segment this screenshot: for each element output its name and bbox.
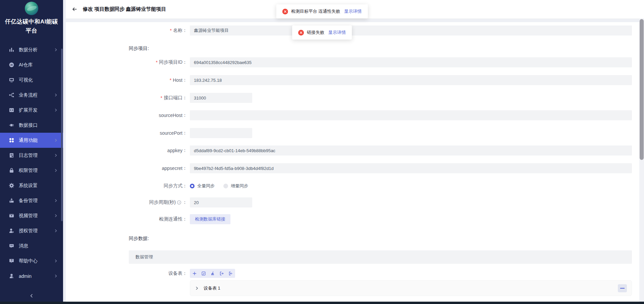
host-value: 183.242.75.18 — [194, 78, 222, 83]
back-arrow-button[interactable] — [72, 6, 77, 12]
sidebar-item-log-management[interactable]: 日志管理 — [0, 148, 63, 163]
sidebar-item-label: AI仓库 — [19, 62, 33, 68]
main-area: 修改 项目数据同步 鑫源铸业节能项目 *名称：鑫源铸业节能项目同步项目:*同步项… — [66, 0, 644, 302]
sidebar-item-label: 通用功能 — [19, 137, 38, 143]
radio-full-sync[interactable]: 全量同步 — [190, 183, 215, 189]
error-icon — [298, 30, 304, 36]
source-host-input[interactable] — [190, 110, 632, 120]
radio-incremental-sync[interactable]: 增量同步 — [223, 183, 248, 189]
svg-text:AI: AI — [10, 63, 13, 66]
question-circle-icon[interactable]: ? — [177, 200, 181, 205]
plus-icon-button[interactable] — [190, 269, 199, 278]
minus-icon — [620, 288, 625, 289]
sidebar-item-messages[interactable]: 消息 — [0, 238, 63, 253]
api-port-input[interactable]: 31000 — [190, 93, 252, 103]
required-marker: * — [156, 60, 158, 65]
sidebar-item-data-analysis[interactable]: 数据分析 — [0, 42, 63, 57]
source-port-input[interactable] — [190, 128, 252, 138]
form-row-source-host: sourceHost： — [129, 110, 632, 120]
app-title: 仟亿达碳中和AI能碳平台 — [0, 15, 63, 35]
chevron-right-icon — [54, 48, 58, 52]
sidebar-item-visualization[interactable]: 可视化 — [0, 72, 63, 87]
sidebar-item-permission-management[interactable]: 权限管理 — [0, 163, 63, 178]
source-host-label: sourceHost： — [129, 112, 187, 118]
sidebar-item-label: 视频管理 — [19, 213, 38, 219]
show-details-link[interactable]: 显示详情 — [344, 8, 362, 14]
device-table-label: 设备表： — [129, 270, 187, 277]
sidebar-item-common-functions[interactable]: 通用功能 — [0, 133, 63, 148]
appkey-value: d5ddaf89-9cd2-cb01-14eb-549b88bb95ac — [194, 148, 275, 153]
api-port-value: 31000 — [194, 96, 206, 101]
error-icon — [282, 9, 288, 14]
sidebar-item-backup-management[interactable]: 备份管理 — [0, 193, 63, 208]
toast-message: 链接失败 — [307, 29, 324, 36]
toast-message: 检测目标平台 连通性失败 — [291, 8, 340, 14]
form-row-source-port: sourcePort： — [129, 128, 632, 138]
device-table-panel[interactable]: 设备表 1 — [190, 280, 632, 296]
sidebar-item-system-settings[interactable]: 系统设置 — [0, 178, 63, 193]
chevron-right-icon — [54, 154, 58, 157]
sidebar-item-label: 业务流程 — [19, 92, 38, 98]
chevron-right-icon — [54, 274, 58, 278]
api-port-label: *接口端口： — [129, 95, 187, 101]
main-scrollbar-thumb[interactable] — [640, 19, 644, 160]
form-row-appsecret: appsecret：9be497b2-f4d5-fd5a-b908-3db4d4… — [129, 163, 632, 173]
sync-project-id-label: *同步项目ID： — [129, 59, 187, 65]
sync-period-input[interactable]: 20 — [190, 197, 252, 207]
sync-period-label: 同步周期(秒)?： — [129, 199, 187, 205]
sidebar-collapse-button[interactable] — [0, 293, 63, 300]
sidebar-item-extension-dev[interactable]: 扩展开发 — [0, 103, 63, 118]
appkey-input[interactable]: d5ddaf89-9cd2-cb01-14eb-549b88bb95ac — [190, 145, 632, 156]
user-icon — [9, 273, 14, 279]
chevron-right-icon — [54, 169, 58, 172]
show-details-link[interactable]: 显示详情 — [328, 29, 346, 36]
sidebar-item-admin[interactable]: admin — [0, 268, 63, 284]
sidebar-item-label: 数据分析 — [19, 47, 38, 53]
monitor-icon — [9, 77, 14, 83]
sidebar-scrollbar-thumb[interactable] — [61, 49, 63, 221]
sidebar-item-help-center[interactable]: ?帮助中心 — [0, 253, 63, 268]
sidebar-item-label: 数据接口 — [19, 122, 38, 128]
message-icon — [9, 243, 14, 249]
connectivity-check-label: 检测连通性： — [129, 216, 187, 222]
sidebar-item-label: 系统设置 — [19, 183, 38, 189]
export-icon-button[interactable] — [217, 269, 226, 278]
app-logo-icon — [25, 2, 38, 15]
bar-chart-icon — [9, 47, 14, 53]
svg-text:?: ? — [178, 201, 180, 204]
sync-project-id-input[interactable]: 694a001358cc448292bae635 — [190, 57, 632, 67]
form-row-device-table: 设备表： — [129, 269, 632, 278]
appsecret-value: 9be497b2-f4d5-fd5a-b908-3db4d4f82d1d — [194, 166, 274, 171]
sidebar-item-authorization-management[interactable]: 授权管理 — [0, 223, 63, 238]
flow-icon — [9, 92, 14, 98]
main-scrollbar-track[interactable] — [639, 18, 644, 302]
radio-selected-icon — [190, 184, 195, 188]
sync-mode-label: 同步方式： — [129, 183, 187, 189]
form-row-connectivity-check: 检测连通性：检测数据库链接 — [129, 214, 632, 224]
form: *名称：鑫源铸业节能项目同步项目:*同步项目ID：694a001358cc448… — [66, 22, 644, 296]
panel-title: 设备表 1 — [204, 285, 220, 291]
sync-project-id-value: 694a001358cc448292bae635 — [194, 60, 252, 65]
sidebar-item-video-management[interactable]: 视频管理 — [0, 208, 63, 223]
host-input[interactable]: 183.242.75.18 — [190, 75, 632, 85]
help-icon: ? — [9, 258, 14, 264]
chevron-right-icon — [54, 259, 58, 263]
form-row-sync-mode: 同步方式：全量同步增量同步 — [129, 183, 632, 189]
toast-link-failed: 链接失败 显示详情 — [292, 25, 352, 40]
remove-device-table-button[interactable] — [618, 284, 627, 292]
broom-icon-button[interactable] — [208, 269, 217, 278]
sidebar-item-ai-warehouse[interactable]: AIAI仓库 — [0, 57, 63, 72]
appsecret-input[interactable]: 9be497b2-f4d5-fd5a-b908-3db4d4f82d1d — [190, 163, 632, 173]
sidebar-item-label: 消息 — [19, 243, 28, 249]
check-db-connection-button[interactable]: 检测数据库链接 — [190, 214, 230, 224]
edit-icon-button[interactable] — [199, 269, 208, 278]
sync-period-value: 20 — [194, 200, 199, 205]
sidebar-item-data-interface[interactable]: 数据接口 — [0, 118, 63, 133]
sidebar-item-label: 扩展开发 — [19, 107, 38, 113]
user-badge-icon — [9, 228, 14, 234]
toast-connectivity-failed: 检测目标平台 连通性失败 显示详情 — [276, 4, 368, 18]
sidebar-item-label: admin — [19, 273, 32, 279]
sidebar-item-business-process[interactable]: 业务流程 — [0, 87, 63, 103]
import-icon-button[interactable] — [226, 269, 235, 278]
name-input[interactable]: 鑫源铸业节能项目 — [190, 25, 632, 36]
